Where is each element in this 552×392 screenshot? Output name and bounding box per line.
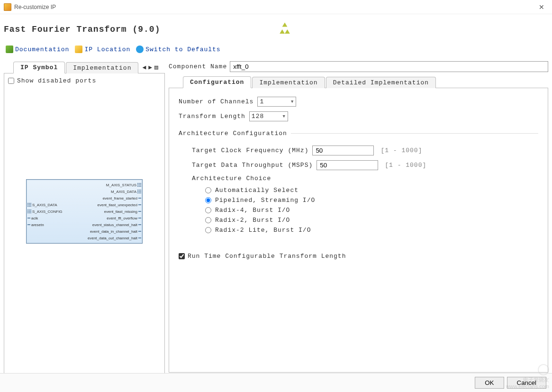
tab-implementation-right[interactable]: Implementation [252,77,325,88]
arch-radix4-label: Radix-4, Burst I/O [215,207,290,214]
runtime-config-row[interactable]: Run Time Configurable Transform Length [179,253,538,260]
arch-option-auto[interactable]: Automatically Select [205,187,538,194]
arch-radix2-label: Radix-2, Burst I/O [215,217,290,224]
tab-implementation-left[interactable]: Implementation [66,62,138,73]
port-label: S_AXIS_CONFIG [32,210,63,214]
arch-option-radix2[interactable]: Radix-2, Burst I/O [205,217,538,224]
ip-location-link[interactable]: IP Location [73,45,132,54]
left-pane: IP Symbol Implementation ◀ ▶ ▤ Show disa… [4,61,165,391]
bus-port-icon [27,210,31,213]
tab-prev-icon[interactable]: ◀ [142,64,146,71]
switch-defaults-label: Switch to Defaults [145,46,220,53]
runtime-config-checkbox[interactable] [179,253,185,259]
radio-pipelined[interactable] [205,197,211,203]
bus-port-icon [137,190,141,193]
radio-radix2lite[interactable] [205,227,211,233]
target-clock-range: [1 - 1000] [380,147,422,154]
show-disabled-ports-label: Show disabled ports [17,77,96,84]
port-label: aresetn [31,223,44,227]
doc-icon [6,46,13,53]
right-pane: Component Name Configuration Implementat… [169,61,548,391]
target-throughput-input[interactable] [317,160,378,170]
port-pin-icon [27,218,30,219]
radio-radix2[interactable] [205,217,211,223]
close-icon[interactable]: ✕ [535,3,548,11]
tab-nav-arrows: ◀ ▶ ▤ [142,64,158,73]
num-channels-select[interactable]: 1 ▼ [257,97,296,107]
transform-length-select[interactable]: 128 ▼ [249,111,288,121]
target-clock-input[interactable] [312,146,374,155]
toolbar: Documentation IP Location Switch to Defa… [0,43,552,58]
ip-block: M_AXIS_STATUS M_AXIS_DATA event_frame_st… [26,179,143,244]
cancel-button[interactable]: Cancel [507,377,547,389]
show-disabled-ports-row[interactable]: Show disabled ports [8,77,161,84]
radio-radix4[interactable] [205,207,211,213]
transform-length-value: 128 [252,113,264,120]
component-name-label: Component Name [169,63,227,70]
port-label: event_fft_overflow [107,216,137,220]
port-pin-icon [138,231,141,232]
arch-option-pipelined[interactable]: Pipelined, Streaming I/O [205,197,538,204]
tab-ip-symbol[interactable]: IP Symbol [13,62,65,73]
target-clock-label: Target Clock Frequency (MHz) [192,147,308,154]
bus-port-icon [137,183,141,187]
port-pin-icon [138,211,141,212]
svg-marker-0 [282,23,287,27]
port-label: event_status_channel_halt [92,223,137,227]
tab-list-icon[interactable]: ▤ [154,64,159,71]
runtime-config-label: Run Time Configurable Transform Length [188,253,346,260]
arch-option-radix2lite[interactable]: Radix-2 Lite, Burst I/O [205,227,538,234]
port-label: S_AXIS_DATA [32,203,57,207]
target-throughput-range: [1 - 1000] [385,162,426,169]
svg-marker-2 [285,29,290,34]
arch-config-heading: Architecture Configuration [179,130,291,137]
bus-port-icon [27,203,31,207]
switch-defaults-link[interactable]: Switch to Defaults [134,45,222,54]
arch-choice-heading: Architecture Choice [192,175,538,182]
chevron-down-icon: ▼ [291,100,294,104]
transform-length-label: Transform Length [179,113,245,120]
tab-configuration[interactable]: Configuration [183,76,251,88]
main-split: IP Symbol Implementation ◀ ▶ ▤ Show disa… [0,58,552,391]
window-title: Re-customize IP [14,4,535,10]
port-label: event_tlast_unexpected [97,203,137,207]
ip-symbol-view: M_AXIS_STATUS M_AXIS_DATA event_frame_st… [8,179,161,244]
port-label: event_data_in_channel_halt [90,229,137,234]
port-label: event_tlast_missing [104,210,137,214]
folder-icon [75,46,82,53]
target-throughput-label: Target Data Throughput (MSPS) [192,162,313,169]
chevron-down-icon: ▼ [282,114,285,119]
ok-button[interactable]: OK [475,377,504,389]
left-body: Show disabled ports M_AXIS_STATUS M_AXIS… [4,73,165,391]
arch-pipelined-label: Pipelined, Streaming I/O [215,197,315,204]
port-pin-icon [138,224,141,225]
arch-option-radix4[interactable]: Radix-4, Burst I/O [205,207,538,214]
svg-marker-1 [280,29,285,34]
component-name-input[interactable] [230,61,548,72]
port-label: event_data_out_channel_halt [88,236,137,240]
right-tab-row: Configuration Implementation Detailed Im… [169,76,548,88]
show-disabled-ports-checkbox[interactable] [8,78,14,84]
tab-next-icon[interactable]: ▶ [148,64,153,71]
port-pin-icon [138,218,141,219]
left-tab-row: IP Symbol Implementation ◀ ▶ ▤ [4,61,165,73]
port-pin-icon [138,204,141,205]
page-title: Fast Fourier Transform (9.0) [4,25,276,34]
configuration-panel: Number of Channels 1 ▼ Transform Length … [169,88,548,373]
arch-auto-label: Automatically Select [215,187,299,194]
port-label: M_AXIS_DATA [111,190,136,194]
documentation-link[interactable]: Documentation [4,45,71,54]
tab-detailed-implementation[interactable]: Detailed Implementation [326,77,436,88]
ip-title-row: Fast Fourier Transform (9.0) [0,14,552,43]
component-name-row: Component Name [169,61,548,76]
dialog-footer: OK Cancel [0,373,552,392]
refresh-icon [136,46,144,53]
window-icon [4,3,11,11]
titlebar: Re-customize IP ✕ [0,0,552,14]
num-channels-label: Number of Channels [179,98,253,105]
port-label: aclk [31,216,38,220]
port-pin-icon [27,224,30,225]
arch-radix2lite-label: Radix-2 Lite, Burst I/O [215,227,311,234]
radio-auto[interactable] [205,187,211,193]
xilinx-logo-icon [276,21,549,38]
